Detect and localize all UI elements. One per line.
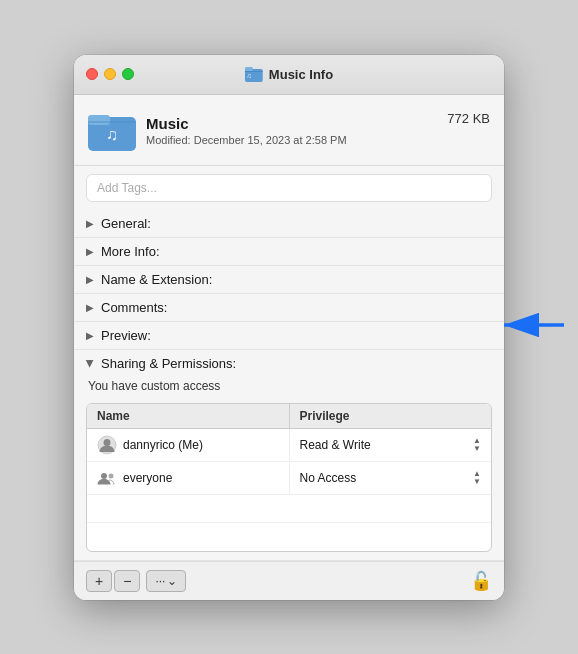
- section-comments[interactable]: ▶ Comments:: [74, 294, 504, 322]
- chevron-open-icon: ▶: [85, 359, 96, 367]
- empty-row: [87, 495, 491, 523]
- folder-large-icon: ♫: [88, 107, 136, 155]
- privilege-value-1: Read & Write: [300, 438, 371, 452]
- lock-icon[interactable]: 🔓: [470, 570, 492, 592]
- title-bar: ♫ Music Info: [74, 55, 504, 95]
- section-more-info-label: More Info:: [101, 244, 160, 259]
- section-preview-label: Preview:: [101, 328, 151, 343]
- section-comments-label: Comments:: [101, 300, 167, 315]
- section-sharing: ▶ Sharing & Permissions: You have custom…: [74, 350, 504, 561]
- action-dots: ···: [155, 574, 165, 588]
- col-header-name: Name: [87, 404, 290, 428]
- name-cell-user: dannyrico (Me): [87, 429, 290, 461]
- file-modified: Modified: December 15, 2023 at 2:58 PM: [146, 134, 347, 146]
- chevron-icon: ▶: [86, 330, 94, 341]
- file-name: Music: [146, 115, 347, 132]
- add-button[interactable]: +: [86, 570, 112, 592]
- svg-point-8: [104, 439, 111, 446]
- stepper-2[interactable]: ▲ ▼: [473, 470, 481, 486]
- svg-point-9: [101, 473, 107, 479]
- chevron-icon: ▶: [86, 302, 94, 313]
- stepper-1[interactable]: ▲ ▼: [473, 437, 481, 453]
- section-general-label: General:: [101, 216, 151, 231]
- svg-text:♫: ♫: [246, 72, 251, 79]
- privilege-value-2: No Access: [300, 471, 357, 485]
- sharing-label: Sharing & Permissions:: [101, 356, 236, 371]
- group-icon: [97, 468, 117, 488]
- chevron-icon: ▶: [86, 246, 94, 257]
- name-cell-everyone: everyone: [87, 462, 290, 494]
- title-bar-center: ♫ Music Info: [245, 65, 333, 83]
- minimize-button[interactable]: [104, 68, 116, 80]
- sharing-header[interactable]: ▶ Sharing & Permissions:: [74, 350, 504, 377]
- svg-rect-4: [88, 115, 110, 125]
- table-row: dannyrico (Me) Read & Write ▲ ▼: [87, 429, 491, 462]
- svg-point-10: [109, 473, 114, 478]
- permissions-table: Name Privilege dannyrico (Me): [86, 403, 492, 552]
- maximize-button[interactable]: [122, 68, 134, 80]
- custom-access-text: You have custom access: [74, 377, 504, 399]
- chevron-icon: ▶: [86, 274, 94, 285]
- svg-rect-1: [245, 67, 253, 71]
- toolbar-left: + − ··· ⌄: [86, 570, 186, 592]
- action-button[interactable]: ··· ⌄: [146, 570, 186, 592]
- traffic-lights: [86, 68, 134, 80]
- table-row: everyone No Access ▲ ▼: [87, 462, 491, 495]
- section-name-extension[interactable]: ▶ Name & Extension:: [74, 266, 504, 294]
- user-icon: [97, 435, 117, 455]
- section-preview[interactable]: ▶ Preview:: [74, 322, 504, 350]
- user-name-2: everyone: [123, 471, 172, 485]
- tags-placeholder: Add Tags...: [97, 181, 157, 195]
- file-size: 772 KB: [447, 111, 490, 126]
- user-name-1: dannyrico (Me): [123, 438, 203, 452]
- section-more-info[interactable]: ▶ More Info:: [74, 238, 504, 266]
- privilege-cell-2[interactable]: No Access ▲ ▼: [290, 464, 492, 492]
- action-chevron: ⌄: [167, 574, 177, 588]
- file-header: ♫ Music Modified: December 15, 2023 at 2…: [74, 95, 504, 166]
- arrow-annotation: [494, 310, 574, 344]
- col-header-privilege: Privilege: [290, 404, 492, 428]
- table-header: Name Privilege: [87, 404, 491, 429]
- tags-input[interactable]: Add Tags...: [86, 174, 492, 202]
- svg-rect-5: [88, 121, 136, 123]
- close-button[interactable]: [86, 68, 98, 80]
- chevron-icon: ▶: [86, 218, 94, 229]
- section-name-extension-label: Name & Extension:: [101, 272, 212, 287]
- privilege-cell-1[interactable]: Read & Write ▲ ▼: [290, 431, 492, 459]
- empty-row: [87, 523, 491, 551]
- file-info: Music Modified: December 15, 2023 at 2:5…: [146, 115, 347, 146]
- section-general[interactable]: ▶ General:: [74, 210, 504, 238]
- remove-button[interactable]: −: [114, 570, 140, 592]
- file-header-left: ♫ Music Modified: December 15, 2023 at 2…: [88, 107, 347, 155]
- window-title: Music Info: [269, 67, 333, 82]
- title-folder-icon: ♫: [245, 65, 263, 83]
- bottom-toolbar: + − ··· ⌄ 🔓: [74, 561, 504, 600]
- svg-text:♫: ♫: [106, 126, 118, 143]
